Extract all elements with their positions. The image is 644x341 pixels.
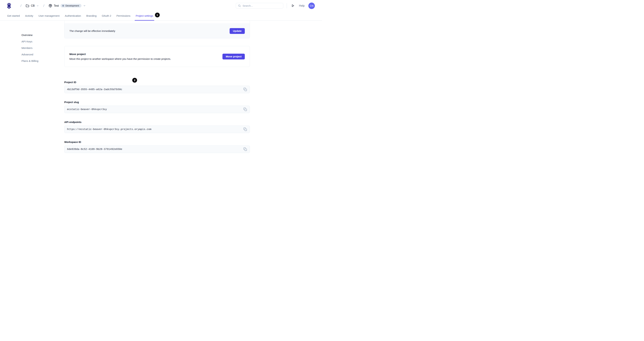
field-label: Project slug bbox=[64, 101, 250, 104]
search-input[interactable] bbox=[242, 4, 281, 7]
field-project-id: Project ID 4b13df9d-3555-4485-a62a-2adc5… bbox=[64, 81, 250, 93]
move-project-title: Move project bbox=[70, 53, 171, 56]
field-project-slug: Project slug ecstatic-beaver-0hkvpcr3sy bbox=[64, 101, 250, 113]
sidebar-item-plans-billing[interactable]: Plans & Billing bbox=[22, 58, 38, 64]
field-value-box: 6de839da-8c52-4109-9b28-3791492e650e bbox=[64, 145, 250, 153]
field-value: 4b13df9d-3555-4485-a62a-2adc55d7b50c bbox=[67, 88, 122, 91]
field-workspace-id: Workspace ID 6de839da-8c52-4109-9b28-379… bbox=[64, 140, 250, 153]
field-label: API endpoints bbox=[64, 121, 250, 123]
tab-label: Project settings bbox=[136, 14, 153, 17]
move-project-text: Move project Move this project to anothe… bbox=[70, 53, 171, 60]
update-card: The change will be effective immediately… bbox=[64, 20, 250, 38]
search-box[interactable] bbox=[236, 3, 283, 8]
chevron-down-icon bbox=[36, 4, 39, 7]
copy-icon[interactable] bbox=[243, 107, 247, 112]
field-value-box: 4b13df9d-3555-4485-a62a-2adc55d7b50c bbox=[64, 86, 250, 93]
update-card-body bbox=[64, 20, 250, 23]
tab-bar: Get started Activity User management Aut… bbox=[0, 11, 322, 20]
sidebar-item-members[interactable]: Members bbox=[22, 45, 38, 51]
copy-icon[interactable] bbox=[243, 87, 247, 92]
sidebar-item-advanced[interactable]: Advanced bbox=[22, 51, 38, 58]
sidebar-item-api-keys[interactable]: API Keys bbox=[22, 38, 38, 45]
top-bar-actions: Help CN bbox=[236, 2, 315, 9]
folder-icon bbox=[26, 4, 29, 7]
tab-user-management[interactable]: User management bbox=[38, 14, 60, 20]
page-body: Overview API Keys Members Advanced Plans… bbox=[0, 20, 322, 170]
step-badge-2: 2 bbox=[132, 78, 137, 83]
tab-oauth-2[interactable]: OAuth 2 bbox=[102, 14, 112, 20]
breadcrumb-separator: / bbox=[43, 4, 44, 8]
sidebar-item-overview[interactable]: Overview bbox=[22, 32, 38, 38]
update-card-message: The change will be effective immediately bbox=[70, 29, 115, 32]
environment-dot-icon bbox=[62, 5, 64, 7]
play-icon[interactable] bbox=[291, 4, 295, 8]
update-card-footer: The change will be effective immediately… bbox=[64, 23, 250, 38]
tab-branding[interactable]: Branding bbox=[86, 14, 97, 20]
search-icon bbox=[238, 4, 241, 7]
field-label: Workspace ID bbox=[64, 140, 250, 143]
field-value: 6de839da-8c52-4109-9b28-3791492e650e bbox=[67, 148, 122, 151]
package-icon bbox=[48, 4, 52, 7]
copy-icon[interactable] bbox=[243, 147, 247, 151]
main-content: The change will be effective immediately… bbox=[64, 20, 250, 160]
avatar[interactable]: CN bbox=[308, 2, 315, 9]
chevron-down-icon bbox=[83, 4, 86, 7]
tab-activity[interactable]: Activity bbox=[25, 14, 34, 20]
project-name: Test bbox=[54, 4, 59, 7]
move-project-card: Move project Move this project to anothe… bbox=[64, 46, 250, 67]
workspace-name: CB bbox=[31, 4, 34, 7]
sidebar: Overview API Keys Members Advanced Plans… bbox=[22, 32, 38, 64]
field-value-box: ecstatic-beaver-0hkvpcr3sy bbox=[64, 106, 250, 113]
update-button[interactable]: Update bbox=[230, 28, 245, 34]
project-info-section: 2 Project ID 4b13df9d-3555-4485-a62a-2ad… bbox=[64, 81, 250, 153]
breadcrumb-separator: / bbox=[20, 4, 22, 8]
copy-icon[interactable] bbox=[243, 127, 247, 131]
field-value-box: https://ecstatic-beaver-0hkvpcr3sy.proje… bbox=[64, 125, 250, 133]
help-link[interactable]: Help bbox=[299, 4, 304, 7]
move-project-description: Move this project to another workspace w… bbox=[70, 57, 171, 60]
breadcrumb-workspace[interactable]: CB bbox=[26, 4, 39, 7]
tab-get-started[interactable]: Get started bbox=[7, 14, 20, 20]
top-bar: / CB / Test Development Help CN bbox=[0, 0, 322, 11]
divider bbox=[287, 3, 287, 8]
field-value: https://ecstatic-beaver-0hkvpcr3sy.proje… bbox=[67, 128, 151, 131]
ory-logo-icon[interactable] bbox=[7, 2, 11, 9]
environment-badge: Development bbox=[60, 4, 82, 7]
tab-authentication[interactable]: Authentication bbox=[64, 14, 81, 20]
tab-project-settings[interactable]: Project settings 1 bbox=[135, 14, 154, 20]
notification-badge-1: 1 bbox=[155, 12, 160, 17]
field-label: Project ID bbox=[64, 81, 250, 84]
breadcrumb-project[interactable]: Test Development bbox=[48, 4, 86, 7]
field-value: ecstatic-beaver-0hkvpcr3sy bbox=[67, 108, 107, 111]
field-api-endpoints: API endpoints https://ecstatic-beaver-0h… bbox=[64, 121, 250, 133]
environment-label: Development bbox=[66, 4, 79, 7]
tab-permissions[interactable]: Permissions bbox=[116, 14, 131, 20]
move-project-button[interactable]: Move project bbox=[222, 54, 245, 59]
